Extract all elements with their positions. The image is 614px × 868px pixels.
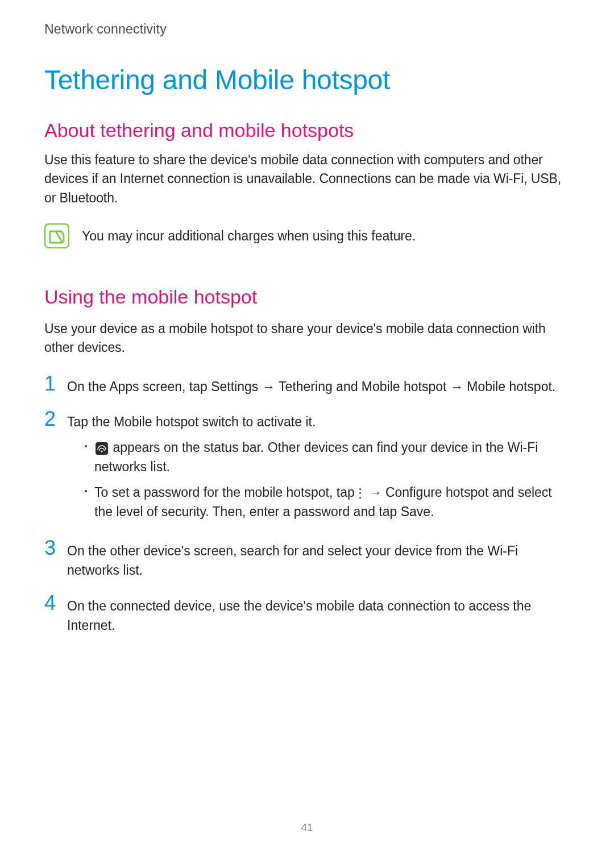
step-4: 4 On the connected device, use the devic…: [44, 593, 570, 636]
step-1-body: On the Apps screen, tap Settings → Tethe…: [67, 373, 570, 397]
step-2-bullet-2: To set a password for the mobile hotspot…: [84, 483, 570, 522]
note-icon: [44, 223, 69, 248]
note-block: You may incur additional charges when us…: [44, 223, 570, 248]
step-number-2: 2: [44, 409, 56, 429]
about-paragraph: Use this feature to share the device's m…: [44, 151, 570, 207]
bullet-icon: [84, 438, 88, 448]
document-page: Network connectivity Tethering and Mobil…: [0, 0, 614, 636]
page-title: Tethering and Mobile hotspot: [44, 64, 570, 95]
svg-point-1: [85, 445, 87, 447]
more-icon: [359, 488, 363, 499]
section-heading-about: About tethering and mobile hotspots: [44, 119, 570, 142]
svg-rect-0: [45, 224, 69, 248]
step-2-bullet-1: appears on the status bar. Other devices…: [84, 438, 570, 477]
page-header: Network connectivity: [44, 22, 570, 37]
svg-point-4: [85, 490, 87, 492]
step-number-3: 3: [44, 538, 56, 558]
step-1: 1 On the Apps screen, tap Settings → Tet…: [44, 373, 570, 397]
step-number-1: 1: [44, 373, 56, 394]
note-text: You may incur additional charges when us…: [82, 229, 416, 244]
step-number-4: 4: [44, 593, 56, 613]
step-3: 3 On the other device's screen, search f…: [44, 538, 570, 580]
bullet-icon: [84, 483, 88, 493]
svg-point-3: [101, 450, 102, 452]
step-2: 2 Tap the Mobile hotspot switch to activ…: [44, 409, 570, 525]
step-2-body: Tap the Mobile hotspot switch to activat…: [67, 409, 570, 525]
step-3-body: On the other device's screen, search for…: [67, 538, 570, 580]
step-4-body: On the connected device, use the device'…: [67, 593, 570, 636]
hotspot-status-icon: [96, 442, 108, 455]
section-heading-using: Using the mobile hotspot: [44, 286, 570, 308]
page-number: 41: [0, 821, 614, 834]
using-paragraph: Use your device as a mobile hotspot to s…: [44, 319, 570, 358]
